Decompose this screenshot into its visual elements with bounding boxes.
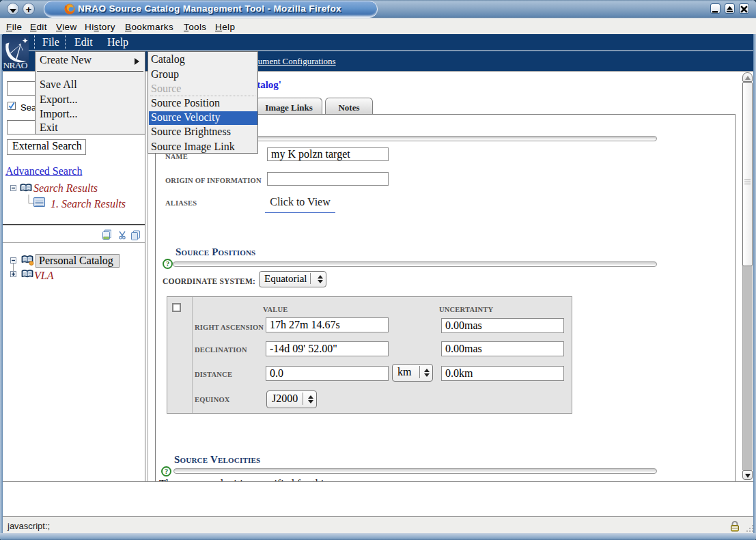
svg-text:NRAO: NRAO: [3, 60, 28, 70]
